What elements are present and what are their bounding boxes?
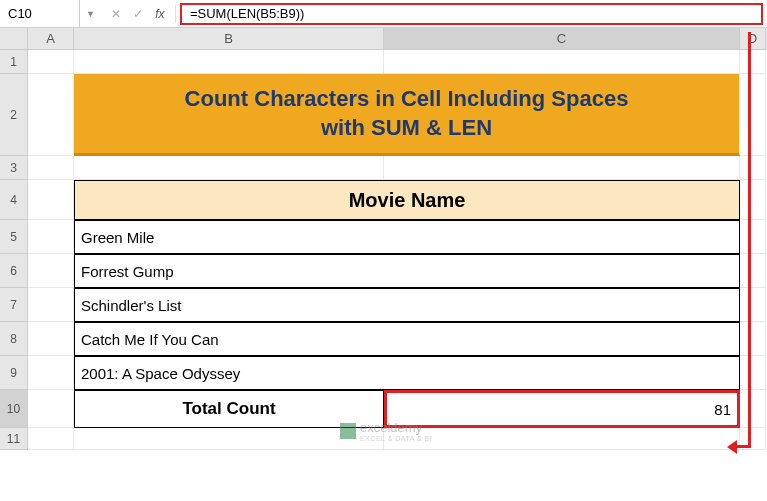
row-header-3[interactable]: 3 bbox=[0, 156, 28, 180]
cell-D4[interactable] bbox=[740, 180, 766, 220]
cell-A2[interactable] bbox=[28, 74, 74, 156]
spreadsheet-grid: A B C D 1 2 Count Characters in Cell Inc… bbox=[0, 28, 767, 450]
formula-input[interactable]: =SUM(LEN(B5:B9)) bbox=[180, 3, 763, 25]
column-header-B[interactable]: B bbox=[74, 28, 384, 50]
cell-A5[interactable] bbox=[28, 220, 74, 254]
cell-D9[interactable] bbox=[740, 356, 766, 390]
formula-controls: ✕ ✓ fx bbox=[101, 5, 176, 23]
annotation-arrow-vertical bbox=[748, 32, 751, 448]
row-header-4[interactable]: 4 bbox=[0, 180, 28, 220]
total-count-value[interactable]: 81 bbox=[384, 390, 740, 428]
table-row[interactable]: Green Mile bbox=[74, 220, 740, 254]
table-row[interactable]: Schindler's List bbox=[74, 288, 740, 322]
row-header-5[interactable]: 5 bbox=[0, 220, 28, 254]
row-7: 7 Schindler's List bbox=[0, 288, 767, 322]
name-box-dropdown-icon[interactable]: ▼ bbox=[80, 9, 101, 19]
cell-D8[interactable] bbox=[740, 322, 766, 356]
formula-bar: C10 ▼ ✕ ✓ fx =SUM(LEN(B5:B9)) bbox=[0, 0, 767, 28]
cell-A6[interactable] bbox=[28, 254, 74, 288]
column-header-A[interactable]: A bbox=[28, 28, 74, 50]
cell-D3[interactable] bbox=[740, 156, 766, 180]
row-6: 6 Forrest Gump bbox=[0, 254, 767, 288]
row-header-2[interactable]: 2 bbox=[0, 74, 28, 156]
cell-A9[interactable] bbox=[28, 356, 74, 390]
row-11: 11 bbox=[0, 428, 767, 450]
column-header-C[interactable]: C bbox=[384, 28, 740, 50]
title-line2: with SUM & LEN bbox=[321, 114, 492, 143]
row-2: 2 Count Characters in Cell Including Spa… bbox=[0, 74, 767, 156]
cell-A4[interactable] bbox=[28, 180, 74, 220]
cell-D6[interactable] bbox=[740, 254, 766, 288]
row-header-9[interactable]: 9 bbox=[0, 356, 28, 390]
cell-D2[interactable] bbox=[740, 74, 766, 156]
cell-C11[interactable] bbox=[384, 428, 740, 450]
cell-D5[interactable] bbox=[740, 220, 766, 254]
row-1: 1 bbox=[0, 50, 767, 74]
cell-D7[interactable] bbox=[740, 288, 766, 322]
cell-C3[interactable] bbox=[384, 156, 740, 180]
cancel-icon[interactable]: ✕ bbox=[107, 5, 125, 23]
cell-A1[interactable] bbox=[28, 50, 74, 74]
row-3: 3 bbox=[0, 156, 767, 180]
title-banner[interactable]: Count Characters in Cell Including Space… bbox=[74, 74, 740, 156]
table-row[interactable]: Forrest Gump bbox=[74, 254, 740, 288]
column-headers: A B C D bbox=[0, 28, 767, 50]
title-line1: Count Characters in Cell Including Space… bbox=[185, 85, 629, 114]
row-10: 10 Total Count 81 bbox=[0, 390, 767, 428]
select-all-corner[interactable] bbox=[0, 28, 28, 50]
total-count-label[interactable]: Total Count bbox=[74, 390, 384, 428]
cell-A11[interactable] bbox=[28, 428, 74, 450]
row-header-11[interactable]: 11 bbox=[0, 428, 28, 450]
table-header[interactable]: Movie Name bbox=[74, 180, 740, 220]
row-4: 4 Movie Name bbox=[0, 180, 767, 220]
row-header-7[interactable]: 7 bbox=[0, 288, 28, 322]
row-header-8[interactable]: 8 bbox=[0, 322, 28, 356]
row-5: 5 Green Mile bbox=[0, 220, 767, 254]
name-box[interactable]: C10 bbox=[0, 0, 80, 27]
cell-A7[interactable] bbox=[28, 288, 74, 322]
cell-A3[interactable] bbox=[28, 156, 74, 180]
table-row[interactable]: 2001: A Space Odyssey bbox=[74, 356, 740, 390]
row-header-6[interactable]: 6 bbox=[0, 254, 28, 288]
row-header-10[interactable]: 10 bbox=[0, 390, 28, 428]
cell-C1[interactable] bbox=[384, 50, 740, 74]
row-header-1[interactable]: 1 bbox=[0, 50, 28, 74]
cell-B3[interactable] bbox=[74, 156, 384, 180]
cell-A8[interactable] bbox=[28, 322, 74, 356]
cell-B11[interactable] bbox=[74, 428, 384, 450]
fx-icon[interactable]: fx bbox=[151, 5, 169, 23]
row-8: 8 Catch Me If You Can bbox=[0, 322, 767, 356]
confirm-icon[interactable]: ✓ bbox=[129, 5, 147, 23]
column-header-D[interactable]: D bbox=[740, 28, 766, 50]
cell-A10[interactable] bbox=[28, 390, 74, 428]
cell-D1[interactable] bbox=[740, 50, 766, 74]
table-row[interactable]: Catch Me If You Can bbox=[74, 322, 740, 356]
row-9: 9 2001: A Space Odyssey bbox=[0, 356, 767, 390]
annotation-arrow-head-icon bbox=[727, 440, 737, 454]
cell-B1[interactable] bbox=[74, 50, 384, 74]
cell-D10[interactable] bbox=[740, 390, 766, 428]
